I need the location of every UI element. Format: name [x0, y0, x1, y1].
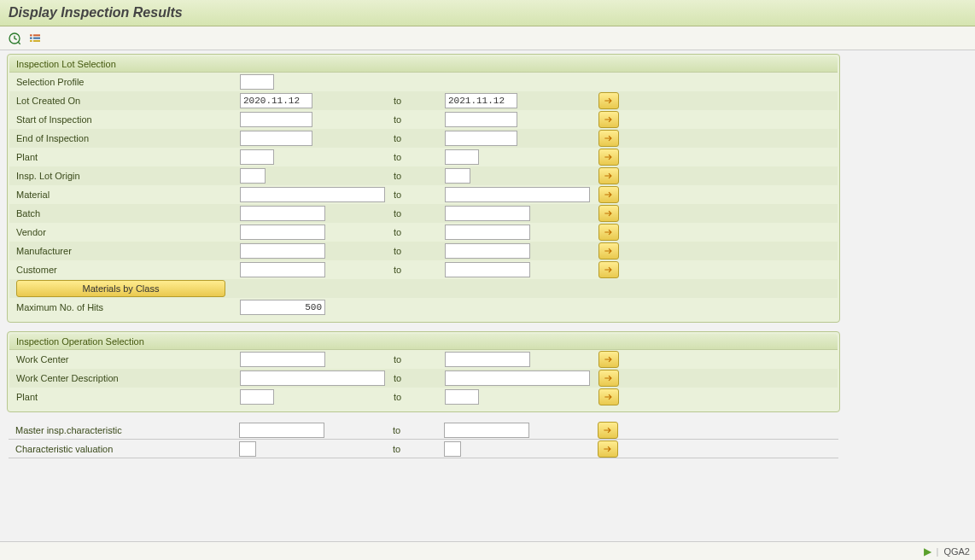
input-vendor-from[interactable] — [240, 225, 325, 240]
input-vendor-to[interactable] — [445, 225, 530, 240]
arrow-right-icon — [603, 170, 615, 182]
arrow-right-icon — [602, 443, 614, 455]
input-lot-origin-to[interactable] — [445, 168, 470, 184]
label-char-valuation: Characteristic valuation — [9, 444, 239, 454]
multi-select-vendor[interactable] — [598, 224, 619, 241]
multi-select-start-inspection[interactable] — [598, 111, 619, 128]
multi-select-lot-origin[interactable] — [598, 167, 619, 184]
label-work-center: Work Center — [9, 354, 240, 365]
input-master-char-to[interactable] — [444, 423, 529, 438]
toolbar — [0, 26, 975, 50]
label-vendor: Vendor — [9, 227, 240, 237]
arrow-right-icon — [603, 264, 615, 276]
app-window: Display Inspection Results Inspection Lo… — [0, 0, 975, 560]
label-work-center-desc: Work Center Description — [9, 373, 240, 383]
row-lot-origin: Insp. Lot Origin to — [9, 166, 838, 185]
to-label: to — [394, 246, 445, 256]
input-max-hits[interactable] — [240, 300, 325, 315]
input-batch-from[interactable] — [240, 206, 325, 221]
content-area: Inspection Lot Selection Selection Profi… — [0, 50, 975, 462]
label-op-plant: Plant — [9, 392, 240, 402]
input-start-inspection-to[interactable] — [445, 112, 517, 127]
separator: | — [937, 546, 939, 557]
multi-select-customer[interactable] — [598, 261, 619, 278]
svg-rect-3 — [30, 40, 32, 42]
input-material-from[interactable] — [240, 187, 385, 202]
input-char-val-from[interactable] — [239, 441, 256, 457]
input-op-plant-from[interactable] — [240, 389, 274, 405]
group-inspection-operation-selection: Inspection Operation Selection Work Cent… — [7, 331, 840, 412]
multi-select-work-center[interactable] — [598, 351, 619, 368]
input-start-inspection-from[interactable] — [240, 112, 312, 127]
multi-select-plant[interactable] — [598, 149, 619, 166]
input-customer-to[interactable] — [445, 262, 530, 277]
to-label: to — [394, 133, 445, 143]
input-lot-created-to[interactable] — [445, 93, 517, 108]
svg-rect-4 — [33, 34, 40, 36]
status-system: QGA2 — [943, 546, 970, 557]
input-op-plant-to[interactable] — [445, 389, 479, 405]
status-play-icon[interactable]: ▶ — [924, 545, 931, 557]
arrow-right-icon — [603, 207, 615, 219]
input-batch-to[interactable] — [445, 206, 530, 221]
multi-select-work-center-desc[interactable] — [598, 370, 619, 387]
arrow-right-icon — [603, 151, 615, 163]
input-customer-from[interactable] — [240, 262, 325, 277]
input-end-inspection-to[interactable] — [445, 131, 517, 146]
input-manufacturer-to[interactable] — [445, 243, 530, 259]
execute-button[interactable] — [7, 31, 22, 46]
multi-select-lot-created[interactable] — [598, 92, 619, 109]
multi-select-end-inspection[interactable] — [598, 130, 619, 147]
input-work-center-from[interactable] — [240, 352, 325, 367]
input-plant-to[interactable] — [445, 149, 479, 165]
arrow-right-icon — [603, 95, 615, 107]
row-work-center-desc: Work Center Description to — [9, 369, 838, 388]
input-manufacturer-from[interactable] — [240, 243, 325, 259]
group-characteristics: Master insp.characteristic to Characteri… — [7, 421, 840, 458]
multi-select-manufacturer[interactable] — [598, 242, 619, 260]
input-lot-origin-from[interactable] — [240, 168, 266, 184]
input-plant-from[interactable] — [240, 149, 274, 165]
input-master-char-from[interactable] — [239, 423, 324, 438]
group-title-lot: Inspection Lot Selection — [9, 56, 838, 73]
input-work-center-desc-to[interactable] — [445, 370, 590, 386]
variant-icon — [28, 32, 42, 45]
input-lot-created-from[interactable] — [240, 93, 312, 108]
input-work-center-desc-from[interactable] — [240, 370, 385, 386]
svg-rect-1 — [30, 34, 32, 36]
to-label: to — [394, 392, 445, 402]
row-customer: Customer to — [9, 260, 838, 279]
label-material: Material — [9, 190, 240, 200]
materials-by-class-button[interactable]: Materials by Class — [16, 280, 225, 297]
arrow-right-icon — [602, 424, 614, 436]
svg-rect-5 — [33, 37, 40, 38]
input-selection-profile[interactable] — [240, 74, 274, 90]
arrow-right-icon — [603, 114, 615, 125]
multi-select-char-val[interactable] — [598, 440, 618, 458]
to-label: to — [394, 354, 445, 365]
input-char-val-to[interactable] — [444, 441, 461, 457]
arrow-right-icon — [603, 391, 615, 403]
label-customer: Customer — [9, 265, 240, 275]
input-end-inspection-from[interactable] — [240, 131, 312, 146]
multi-select-batch[interactable] — [598, 205, 619, 222]
to-label: to — [394, 208, 445, 219]
input-material-to[interactable] — [445, 187, 590, 202]
to-label: to — [394, 152, 445, 162]
label-end-inspection: End of Inspection — [9, 133, 240, 143]
row-lot-created-on: Lot Created On to — [9, 91, 838, 110]
to-label: to — [394, 227, 445, 237]
group-inspection-lot-selection: Inspection Lot Selection Selection Profi… — [7, 54, 840, 323]
label-selection-profile: Selection Profile — [9, 77, 240, 87]
variant-button[interactable] — [27, 31, 43, 46]
multi-select-master-char[interactable] — [598, 422, 618, 439]
multi-select-material[interactable] — [598, 186, 619, 203]
label-manufacturer: Manufacturer — [9, 246, 240, 256]
arrow-right-icon — [603, 226, 615, 238]
to-label: to — [394, 114, 445, 125]
multi-select-op-plant[interactable] — [598, 388, 619, 405]
input-work-center-to[interactable] — [445, 352, 530, 367]
label-lot-created-on: Lot Created On — [9, 96, 240, 106]
row-manufacturer: Manufacturer to — [9, 242, 838, 260]
to-label: to — [394, 190, 445, 200]
